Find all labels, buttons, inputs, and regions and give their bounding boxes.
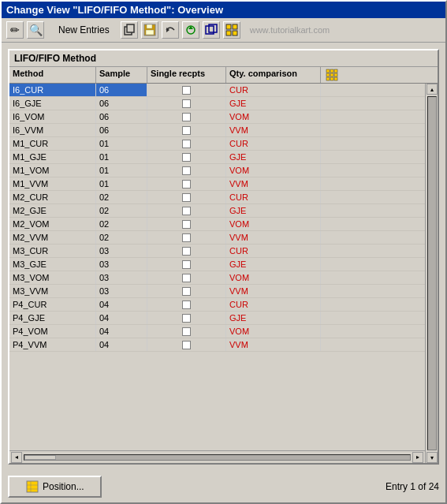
- cell-extra: [321, 245, 343, 257]
- cell-single[interactable]: [147, 164, 226, 177]
- cell-single[interactable]: [147, 177, 226, 190]
- copy-button[interactable]: [121, 21, 138, 39]
- table-row[interactable]: P4_CUR04CUR: [9, 298, 425, 312]
- cell-single[interactable]: [147, 204, 226, 217]
- checkbox[interactable]: [182, 301, 191, 309]
- copy2-button[interactable]: [203, 21, 220, 39]
- checkbox[interactable]: [182, 341, 191, 349]
- cell-single[interactable]: [147, 137, 226, 150]
- scroll-track[interactable]: [24, 454, 411, 461]
- vertical-scrollbar[interactable]: ▴ ▾: [425, 84, 438, 463]
- checkbox[interactable]: [182, 99, 191, 108]
- table-row[interactable]: M1_CUR01CUR: [9, 137, 425, 151]
- checkbox[interactable]: [182, 166, 191, 175]
- cell-single[interactable]: [147, 218, 226, 230]
- table-row[interactable]: I6_CUR06CUR: [9, 84, 425, 97]
- cell-single[interactable]: [147, 84, 226, 96]
- cell-single[interactable]: [147, 151, 226, 163]
- checkbox[interactable]: [182, 233, 191, 242]
- cell-sample: 02: [96, 218, 147, 230]
- table-row[interactable]: M3_GJE03GJE: [9, 258, 425, 271]
- new-entries-button[interactable]: New Entries: [58, 24, 110, 35]
- col-method: Method: [9, 67, 96, 83]
- cell-method: P4_VVM: [9, 338, 96, 351]
- checkbox[interactable]: [182, 180, 191, 189]
- col-icon[interactable]: [321, 67, 343, 83]
- cell-single[interactable]: [147, 325, 226, 338]
- table-row[interactable]: M3_VVM03VVM: [9, 285, 425, 298]
- checkbox[interactable]: [182, 220, 191, 229]
- scroll-track-vertical[interactable]: [427, 96, 437, 450]
- checkbox[interactable]: [182, 207, 191, 215]
- svg-rect-18: [330, 73, 333, 77]
- table-row[interactable]: P4_GJE04GJE: [9, 312, 425, 325]
- position-button[interactable]: Position...: [8, 476, 102, 498]
- cell-sample: 02: [96, 231, 147, 244]
- checkbox[interactable]: [182, 260, 191, 269]
- cell-single[interactable]: [147, 124, 226, 136]
- cell-single[interactable]: [147, 271, 226, 284]
- save-button[interactable]: [141, 21, 158, 39]
- checkbox[interactable]: [182, 113, 191, 121]
- table-row[interactable]: I6_VVM06VVM: [9, 124, 425, 137]
- checkbox[interactable]: [182, 86, 191, 95]
- table-row[interactable]: M1_GJE01GJE: [9, 151, 425, 164]
- cell-single[interactable]: [147, 97, 226, 110]
- table-row[interactable]: M3_VOM03VOM: [9, 271, 425, 285]
- svg-rect-3: [147, 24, 152, 28]
- table-body[interactable]: I6_CUR06CURI6_GJE06GJEI6_VOM06VOMI6_VVM0…: [9, 84, 425, 450]
- cell-single[interactable]: [147, 231, 226, 244]
- table-row[interactable]: M2_VVM02VVM: [9, 231, 425, 245]
- grid-button[interactable]: [223, 21, 240, 39]
- checkbox[interactable]: [182, 327, 191, 336]
- checkbox[interactable]: [182, 140, 191, 148]
- table-row[interactable]: M2_CUR02CUR: [9, 191, 425, 204]
- cell-single[interactable]: [147, 258, 226, 271]
- checkbox[interactable]: [182, 247, 191, 256]
- checkbox[interactable]: [182, 287, 191, 296]
- pencil-button[interactable]: ✏: [6, 21, 24, 39]
- title-bar: Change View "LIFO/FIFO Method": Overview: [2, 2, 445, 18]
- cell-sample: 01: [96, 177, 147, 190]
- table-row[interactable]: P4_VOM04VOM: [9, 325, 425, 338]
- cell-extra: [321, 204, 343, 217]
- cell-single[interactable]: [147, 285, 226, 297]
- table-row[interactable]: M2_VOM02VOM: [9, 218, 425, 231]
- cell-extra: [321, 271, 343, 284]
- cell-single[interactable]: [147, 312, 226, 324]
- cell-single[interactable]: [147, 110, 226, 123]
- undo-button[interactable]: [162, 21, 179, 39]
- cell-method: M1_VVM: [9, 177, 96, 190]
- data-panel: LIFO/FIFO Method Method Sample Single re…: [8, 49, 439, 465]
- scroll-up-button[interactable]: ▴: [427, 84, 438, 95]
- checkbox[interactable]: [182, 153, 191, 162]
- search-button[interactable]: 🔍: [27, 21, 44, 39]
- cell-single[interactable]: [147, 191, 226, 203]
- cell-sample: 01: [96, 137, 147, 150]
- checkbox[interactable]: [182, 314, 191, 323]
- cell-method: P4_VOM: [9, 325, 96, 338]
- scroll-right-button[interactable]: ▸: [412, 452, 423, 463]
- table-row[interactable]: M2_GJE02GJE: [9, 204, 425, 218]
- table-row[interactable]: I6_GJE06GJE: [9, 97, 425, 110]
- table-row[interactable]: M1_VVM01VVM: [9, 177, 425, 191]
- checkbox[interactable]: [182, 193, 191, 202]
- checkbox[interactable]: [182, 274, 191, 282]
- table-row[interactable]: M3_CUR03CUR: [9, 245, 425, 258]
- scroll-thumb[interactable]: [24, 455, 56, 460]
- cell-single[interactable]: [147, 245, 226, 257]
- table-row[interactable]: I6_VOM06VOM: [9, 110, 425, 124]
- cell-single[interactable]: [147, 298, 226, 311]
- scroll-down-button[interactable]: ▾: [427, 452, 438, 463]
- cell-single[interactable]: [147, 338, 226, 351]
- table-row[interactable]: M1_VOM01VOM: [9, 164, 425, 177]
- refresh-button[interactable]: [182, 21, 199, 39]
- checkbox[interactable]: [182, 126, 191, 135]
- cell-sample: 03: [96, 271, 147, 284]
- table-row[interactable]: P4_VVM04VVM: [9, 338, 425, 352]
- scroll-left-button[interactable]: ◂: [11, 452, 22, 463]
- cell-extra: [321, 110, 343, 123]
- cell-sample: 04: [96, 338, 147, 351]
- svg-rect-19: [334, 73, 337, 77]
- horizontal-scrollbar[interactable]: ◂ ▸: [9, 450, 425, 463]
